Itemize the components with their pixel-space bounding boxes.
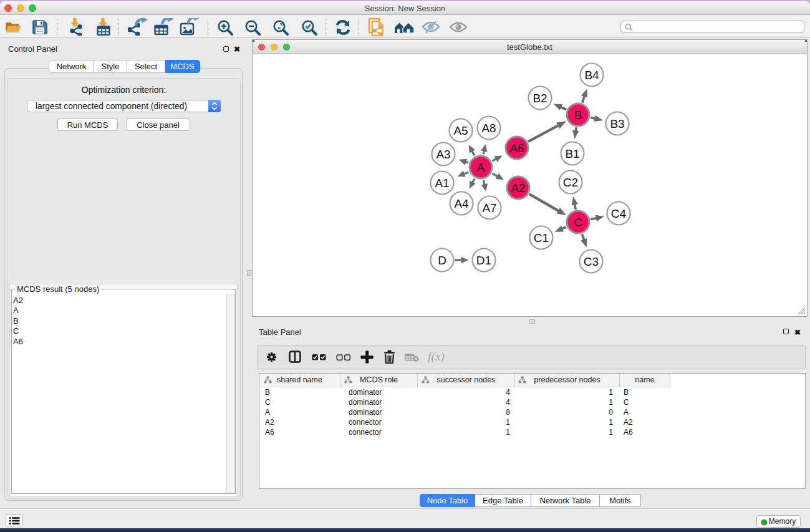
- svg-text:C: C: [574, 216, 582, 229]
- svg-text:C1: C1: [534, 231, 549, 244]
- svg-text:A1: A1: [435, 177, 449, 190]
- svg-text:B1: B1: [565, 147, 579, 160]
- svg-text:A4: A4: [454, 197, 469, 210]
- svg-text:A: A: [477, 161, 485, 174]
- svg-text:B4: B4: [584, 69, 599, 82]
- svg-text:A7: A7: [482, 201, 496, 215]
- svg-text:D1: D1: [476, 254, 491, 267]
- svg-text:B3: B3: [610, 117, 624, 130]
- svg-text:A2: A2: [511, 181, 525, 195]
- svg-text:A8: A8: [481, 122, 496, 135]
- svg-text:A5: A5: [453, 124, 468, 137]
- svg-text:A6: A6: [509, 142, 524, 155]
- svg-text:C3: C3: [584, 255, 599, 268]
- svg-text:B: B: [574, 109, 582, 122]
- svg-text:C4: C4: [611, 207, 627, 220]
- svg-text:A3: A3: [436, 148, 450, 161]
- svg-text:C2: C2: [563, 176, 578, 189]
- svg-text:B2: B2: [533, 92, 547, 105]
- svg-text:D: D: [438, 254, 446, 267]
